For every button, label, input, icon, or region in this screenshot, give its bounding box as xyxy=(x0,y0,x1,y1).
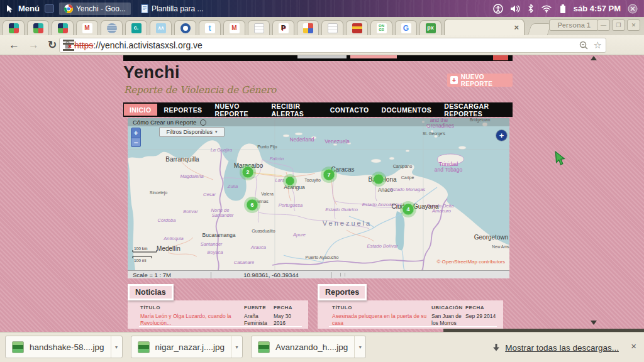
nav-item-descargar-reportes[interactable]: DESCARGAR REPORTES xyxy=(438,104,512,116)
filters-button[interactable]: Filtros Disponibles ▾ xyxy=(159,127,225,137)
scale-km-label: 100 km xyxy=(134,246,147,251)
browser-tab-cdot[interactable]: c. xyxy=(125,20,147,35)
cdot-favicon: c. xyxy=(131,23,142,33)
map-status-bar: Scale = 1 : 7M 10.98361, -60.39344 xyxy=(128,270,509,278)
browser-tab-pixels[interactable] xyxy=(297,20,319,35)
close-downloads-icon[interactable]: × xyxy=(631,341,636,351)
close-button[interactable]: ✕ xyxy=(627,19,640,31)
map-hint-text[interactable]: Cómo Crear un Reporte xyxy=(133,119,196,126)
globe-favicon xyxy=(107,23,117,33)
minimize-button[interactable]: — xyxy=(597,19,610,31)
map-label: Medellín xyxy=(157,245,180,252)
browser-tab-strip: Mc.∧∧tMPON GSGpx × Persona 1 — ❐ ✕ xyxy=(0,17,644,35)
map-label: Apure xyxy=(292,232,306,238)
chrome-icon xyxy=(64,4,73,13)
document-icon xyxy=(141,4,148,13)
zoom-in-button[interactable]: + xyxy=(131,128,141,138)
browser-tab-mountain[interactable]: ∧∧ xyxy=(150,20,172,35)
browser-menu-icon[interactable] xyxy=(63,40,74,51)
browser-tab-ongs[interactable]: ON GS xyxy=(370,20,392,35)
nav-item-recibir-alertas[interactable]: RECIBIR ALERTAS xyxy=(266,104,323,116)
crest-favicon xyxy=(352,23,362,33)
download-item[interactable]: nigar_nazar.j....jpg▾ xyxy=(131,336,243,358)
nav-item-inicio[interactable]: INICIO xyxy=(124,104,157,116)
browser-tab-yenchi[interactable] xyxy=(3,20,25,35)
new-report-button[interactable]: + NUEVO REPORTE xyxy=(447,74,513,87)
browser-tab-px[interactable]: px xyxy=(419,20,441,35)
main-nav: INICIOREPORTESNUEVO REPORTERECIBIR ALERT… xyxy=(123,102,513,117)
titulo-cell[interactable]: Asesinada peluquera en la puerta de su c… xyxy=(332,310,431,326)
browser-tab-yenchi[interactable] xyxy=(27,20,49,35)
system-menu-button[interactable]: Menú xyxy=(6,4,40,13)
map-layers-button[interactable]: + xyxy=(496,130,507,141)
zoom-out-button[interactable]: − xyxy=(131,138,141,147)
restore-button[interactable]: ❐ xyxy=(612,19,625,31)
tab-close-icon[interactable]: × xyxy=(514,23,519,31)
column-header: FECHA xyxy=(465,300,503,310)
download-caret-button[interactable]: ▾ xyxy=(231,336,242,358)
tab-reportes[interactable]: Reportes xyxy=(318,284,367,300)
browser-tab-gmail[interactable]: M xyxy=(76,20,98,35)
reload-button[interactable]: ↻ xyxy=(48,40,57,50)
map-label: Estado Guárico xyxy=(325,207,358,212)
download-caret-button[interactable]: ▾ xyxy=(111,336,122,358)
bluetooth-icon[interactable] xyxy=(528,4,534,13)
map-cluster-marker[interactable]: 7 xyxy=(321,167,337,183)
battery-icon[interactable] xyxy=(559,4,567,14)
map-cluster-marker[interactable] xyxy=(283,174,297,188)
logout-icon[interactable] xyxy=(628,4,638,14)
scale-mi-label: 100 mi xyxy=(134,258,147,263)
show-all-downloads[interactable]: Mostrar todas las descargas... xyxy=(492,332,619,362)
workspace-icon[interactable] xyxy=(45,4,54,13)
taskbar-window-yenchi[interactable]: Yenchi - Goo... xyxy=(59,3,131,15)
download-caret-button[interactable]: ▾ xyxy=(354,336,365,358)
map-zoom-control: + − xyxy=(131,128,141,147)
back-button[interactable]: ← xyxy=(9,40,19,50)
wifi-icon[interactable] xyxy=(541,4,552,13)
nav-item-contacto[interactable]: CONTACTO xyxy=(325,104,375,116)
active-browser-tab[interactable]: × xyxy=(444,19,525,35)
nav-item-reportes[interactable]: REPORTES xyxy=(158,104,208,116)
volume-icon[interactable] xyxy=(510,4,521,13)
browser-tab-doc[interactable] xyxy=(248,20,270,35)
zoom-out-icon[interactable] xyxy=(579,41,589,50)
url-bar[interactable]: https://yenchi.activistasxsl.org.ve ☆ xyxy=(59,38,606,53)
map-label: Antioquia xyxy=(163,236,183,241)
browser-tab-globe[interactable] xyxy=(101,20,123,35)
tab-noticias[interactable]: Noticias xyxy=(128,284,174,300)
map-label: Venezuela xyxy=(325,138,350,145)
nav-item-documentos[interactable]: DOCUMENTOS xyxy=(376,104,438,116)
forward-button[interactable]: → xyxy=(28,40,39,50)
map-cluster-marker[interactable]: 6 xyxy=(244,197,260,213)
browser-tab-yenchi[interactable] xyxy=(52,20,74,35)
nav-item-nuevo-reporte[interactable]: NUEVO REPORTE xyxy=(209,104,264,116)
map-cluster-marker[interactable]: 2 xyxy=(240,164,256,180)
profile-chip[interactable]: Persona 1 xyxy=(549,19,599,31)
download-item[interactable]: handshake-58....jpg▾ xyxy=(5,336,123,358)
map-label: Cesar xyxy=(203,192,216,197)
system-clock[interactable]: sáb 4:57 PM xyxy=(574,4,621,13)
favicon-tabs: Mc.∧∧tMPON GSGpx xyxy=(0,20,444,35)
browser-tab-ring[interactable] xyxy=(174,20,196,35)
twitter-favicon: t xyxy=(205,23,215,33)
new-tab-button[interactable] xyxy=(528,23,552,35)
taskbar-window-plantilla[interactable]: Plantilla para ... xyxy=(136,3,209,15)
browser-tab-doc[interactable] xyxy=(321,20,343,35)
map-label: Estado Bolívar xyxy=(367,243,398,249)
scroll-down-arrow[interactable] xyxy=(591,321,597,325)
download-item[interactable]: Avanzando_h....jpg▾ xyxy=(251,336,366,358)
map-cluster-marker[interactable]: 4 xyxy=(400,201,416,217)
map-cluster-marker[interactable] xyxy=(371,172,386,187)
bookmark-star-icon[interactable]: ☆ xyxy=(594,40,602,51)
browser-tab-crest[interactable] xyxy=(346,20,368,35)
accessibility-icon[interactable] xyxy=(493,4,503,14)
help-icon[interactable] xyxy=(200,119,206,126)
browser-tab-twitter[interactable]: t xyxy=(199,20,221,35)
browser-tab-gmail[interactable]: M xyxy=(223,20,245,35)
titulo-cell[interactable]: María León y Olga Luzardo, cuando la Rev… xyxy=(140,310,244,326)
google-favicon: G xyxy=(401,23,411,33)
browser-tab-google[interactable]: G xyxy=(395,20,417,35)
browser-tab-pp[interactable]: P xyxy=(272,20,294,35)
scroll-up-arrow[interactable] xyxy=(591,56,597,60)
map[interactable]: 100 km 100 mi and theGrenadinesBridgetow… xyxy=(128,118,509,270)
